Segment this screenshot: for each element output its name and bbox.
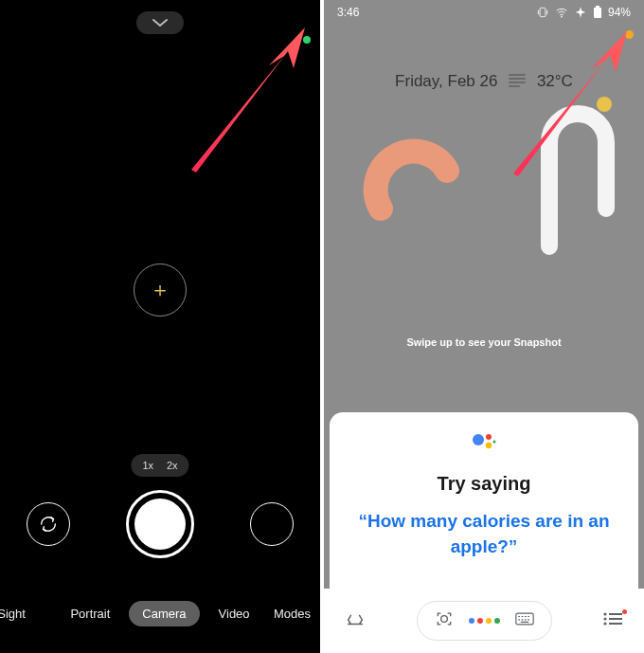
svg-rect-16 xyxy=(609,623,622,625)
mode-portrait[interactable]: Portrait xyxy=(70,607,110,621)
svg-point-6 xyxy=(486,434,492,440)
assistant-logo-icon xyxy=(472,431,496,452)
wifi-icon xyxy=(555,6,568,19)
fog-icon xyxy=(508,72,527,92)
assistant-suggestion[interactable]: “How many calories are in an apple?” xyxy=(343,508,625,560)
airplane-icon xyxy=(574,6,587,19)
decorative-shape xyxy=(362,123,475,237)
svg-point-2 xyxy=(561,16,563,18)
vibrate-icon xyxy=(536,6,549,19)
mode-camera[interactable]: Camera xyxy=(129,601,199,626)
svg-rect-3 xyxy=(594,8,601,18)
assistant-input-pill[interactable] xyxy=(417,601,552,641)
svg-rect-14 xyxy=(609,618,622,620)
explore-button[interactable] xyxy=(345,608,366,633)
chevron-down-icon xyxy=(152,18,169,27)
lens-button[interactable] xyxy=(435,609,454,632)
at-a-glance[interactable]: Friday, Feb 26 32°C xyxy=(324,72,644,92)
zoom-2x[interactable]: 2x xyxy=(167,460,178,471)
mode-video[interactable]: Video xyxy=(219,607,250,621)
temperature-text: 32°C xyxy=(537,72,573,90)
updates-button[interactable] xyxy=(602,611,623,630)
date-text: Friday, Feb 26 xyxy=(395,72,497,90)
status-time: 3:46 xyxy=(337,6,359,19)
keyboard-icon xyxy=(515,612,534,626)
mode-more[interactable]: Modes xyxy=(274,607,311,621)
svg-rect-12 xyxy=(609,613,622,615)
svg-point-0 xyxy=(597,97,612,112)
svg-point-5 xyxy=(473,434,484,445)
swipe-hint: Swipe up to see your Snapshot xyxy=(324,336,644,348)
gallery-thumbnail[interactable] xyxy=(250,502,294,546)
svg-point-9 xyxy=(440,616,447,623)
lens-icon xyxy=(435,609,454,628)
mode-selector[interactable]: t Sight Portrait Camera Video Modes xyxy=(0,601,320,626)
focus-target[interactable]: ＋ xyxy=(134,263,187,317)
svg-point-11 xyxy=(603,612,606,615)
collapse-toggle[interactable] xyxy=(136,11,184,34)
explore-icon xyxy=(345,608,366,629)
home-screen: 3:46 94% Friday, Feb 26 32°C Swipe up to… xyxy=(324,0,644,653)
zoom-selector[interactable]: 1x 2x xyxy=(131,454,188,477)
status-icons: 94% xyxy=(536,6,631,19)
status-bar: 3:46 94% xyxy=(324,6,644,19)
assistant-heading: Try saying xyxy=(438,473,531,495)
annotation-arrow xyxy=(172,23,314,174)
battery-percent: 94% xyxy=(608,6,631,19)
svg-point-8 xyxy=(492,440,495,443)
mode-night-sight[interactable]: t Sight xyxy=(0,607,26,621)
svg-point-15 xyxy=(603,622,606,625)
svg-point-13 xyxy=(603,617,606,620)
assistant-card: Try saying “How many calories are in an … xyxy=(330,412,638,589)
mic-privacy-indicator xyxy=(625,30,634,39)
svg-rect-1 xyxy=(540,8,546,16)
plus-icon: ＋ xyxy=(150,276,170,304)
battery-icon xyxy=(593,6,602,19)
decorative-shape xyxy=(492,95,635,265)
assistant-mic-dots-icon[interactable] xyxy=(469,618,500,624)
shutter-button[interactable] xyxy=(126,490,194,558)
shutter-row xyxy=(0,490,320,558)
list-icon xyxy=(602,611,623,626)
assistant-toolbar xyxy=(324,589,644,653)
svg-rect-4 xyxy=(596,6,599,8)
shutter-inner xyxy=(134,499,186,550)
camera-privacy-indicator xyxy=(303,36,311,44)
keyboard-button[interactable] xyxy=(515,612,534,629)
camera-app: ＋ 1x 2x t Sight Portrait Camera Video Mo… xyxy=(0,0,320,653)
svg-rect-10 xyxy=(515,613,532,625)
zoom-1x[interactable]: 1x xyxy=(142,460,153,471)
notification-dot xyxy=(622,609,627,614)
switch-camera-button[interactable] xyxy=(27,502,70,546)
switch-camera-icon xyxy=(38,514,59,535)
svg-point-7 xyxy=(486,443,492,448)
